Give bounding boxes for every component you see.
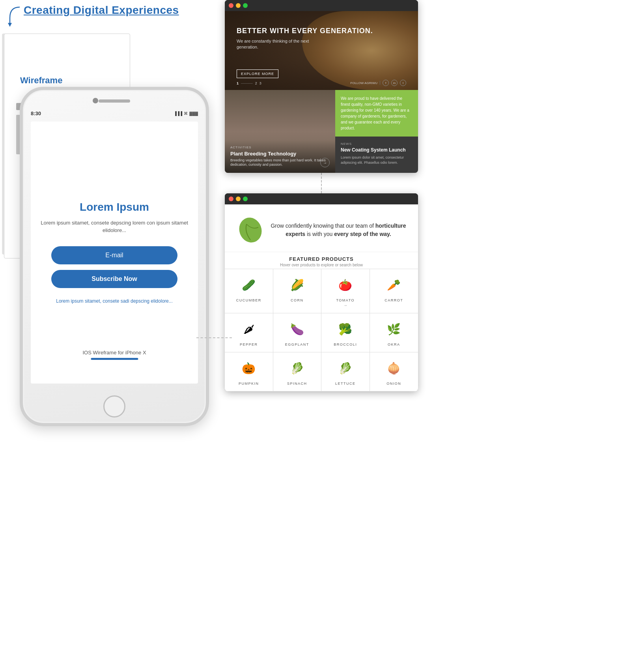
featured-label: FEATURED [289, 256, 320, 262]
b1-left-overlay: ACTIVITIES Plant Breeding Technology Bre… [225, 140, 335, 173]
maximize-dot[interactable] [243, 3, 248, 8]
hero-text: BETTER WITH EVERY GENERATION. We are con… [237, 27, 373, 51]
product-cell[interactable]: 🍆 EGGPLANT [273, 313, 322, 352]
b1-green-text: We are proud to have delivered the fines… [341, 95, 413, 131]
hero-dots: 1 ────── 2 3 [237, 81, 261, 85]
dot3: 3 [259, 81, 261, 85]
close-dot-b2[interactable] [229, 197, 233, 201]
product-label: CUCUMBER [236, 298, 261, 302]
hero-title: BETTER WITH EVERY GENERATION. [237, 27, 373, 35]
product-label: CORN [291, 298, 304, 302]
b1-card-green: We are proud to have delivered the fines… [335, 90, 418, 137]
ios-wireframe-label: IOS Wireframe for iPhone X [82, 350, 146, 356]
dot2: 2 [255, 81, 257, 85]
product-label: PUMPKIN [239, 382, 259, 386]
b2-hero-text: Grow confidently knowing that our team o… [271, 222, 406, 238]
iphone-wrapper: 8:30 ▐▐▐ ⌘ ▓▓▓ Lorem Ipsum Lorem ipsum s… [20, 87, 209, 426]
phone-footer-text: Lorem ipsum sitamet, consete sadi depsci… [56, 298, 172, 305]
wireframe-label: Wireframe [20, 75, 62, 86]
product-cell[interactable]: 🎃 PUMPKIN [225, 352, 273, 391]
b2-featured-header: FEATURED PRODUCTS Hover over products to… [225, 252, 418, 269]
facebook-icon[interactable]: f [383, 80, 389, 86]
product-image: 🥦 [333, 319, 358, 339]
b2-hero-text1: Grow confidently knowing that our team o… [271, 223, 375, 229]
b1-card-dark: NEWS New Coating System Launch Lorem ips… [335, 137, 418, 173]
product-label: EGGPLANT [285, 343, 309, 346]
product-image: 🥬 [333, 358, 358, 378]
iphone-home-button[interactable] [103, 395, 125, 417]
product-cell[interactable]: 🥬 SPINACH [273, 352, 322, 391]
b1-left-card: ACTIVITIES Plant Breeding Technology Bre… [225, 90, 335, 173]
product-image: 🥬 [284, 358, 310, 378]
product-image: 🍆 [284, 319, 310, 339]
follow-label: FOLLOW AGRIWU [351, 81, 377, 85]
product-cell[interactable]: 🌿 OKRA [370, 313, 418, 352]
right-layout: BETTER WITH EVERY GENERATION. We are con… [225, 0, 418, 391]
product-label: LETTUCE [335, 382, 356, 386]
product-image: 🍅 [333, 275, 358, 295]
product-image: 🌶 [236, 319, 261, 339]
left-section: Creating Digital Experiences Wireframe 8… [0, 0, 221, 672]
maximize-dot-b2[interactable] [243, 197, 248, 201]
arrow-icon [6, 4, 26, 28]
browser1-lower: ACTIVITIES Plant Breeding Technology Bre… [225, 90, 418, 173]
product-cell[interactable]: 🌽 CORN [273, 269, 322, 313]
product-arrow: → [344, 303, 347, 307]
heading-area: Creating Digital Experiences [24, 4, 179, 17]
linkedin-icon[interactable]: in [391, 80, 398, 86]
product-image: 🧅 [381, 358, 407, 378]
b1-card-text: Breeding vegetables takes more than just… [230, 158, 330, 167]
b1-dark-text: Lorem ipsum dolor sit amet, consectetur … [341, 155, 413, 165]
email-button[interactable]: E-mail [51, 246, 177, 264]
svg-marker-0 [8, 23, 12, 27]
hero-social: FOLLOW AGRIWU f in t [351, 80, 406, 86]
product-cell[interactable]: 🥦 BROCCOLI [321, 313, 370, 352]
explore-more-button[interactable]: EXPLORE MORE [237, 69, 278, 78]
b1-tag: ACTIVITIES [230, 146, 330, 149]
product-cell[interactable]: 🌶 PEPPER [225, 313, 273, 352]
product-label: SPINACH [287, 382, 307, 386]
b1-dark-title: New Coating System Launch [341, 147, 413, 153]
browser1-hero: BETTER WITH EVERY GENERATION. We are con… [225, 11, 418, 90]
product-image: 🎃 [236, 358, 261, 378]
browser1-titlebar [225, 0, 418, 11]
signal-icon: ▐▐▐ [174, 111, 182, 116]
minimize-dot-b2[interactable] [236, 197, 241, 201]
battery-icon: ▓▓▓ [189, 111, 198, 116]
b2-hero-area: Grow confidently knowing that our team o… [225, 204, 418, 252]
product-grid: 🥒 CUCUMBER 🌽 CORN 🍅 TOMATO → 🥕 CARROT 🌶 … [225, 269, 418, 391]
product-image: 🌽 [284, 275, 310, 295]
product-cell[interactable]: 🥒 CUCUMBER [225, 269, 273, 313]
iphone-screen: Lorem Ipsum Lorem ipsum sitamet, consete… [31, 122, 198, 384]
b1-arrow-icon[interactable]: → [320, 158, 330, 167]
product-image: 🥒 [236, 275, 261, 295]
vertical-connector [321, 173, 322, 193]
products-label: PRODUCTS [322, 256, 354, 262]
twitter-icon[interactable]: t [400, 80, 406, 86]
product-label: PEPPER [240, 343, 258, 346]
product-cell[interactable]: 🥕 CARROT [370, 269, 418, 313]
iphone-status-bar: 8:30 ▐▐▐ ⌘ ▓▓▓ [31, 110, 198, 116]
phone-lorem-title: Lorem Ipsum [80, 201, 149, 213]
product-image: 🌿 [381, 319, 407, 339]
b1-card-title: Plant Breeding Technology [230, 151, 330, 157]
iphone-camera [93, 98, 98, 103]
featured-subtitle: Hover over products to explore or search… [225, 263, 418, 267]
phone-lorem-text: Lorem ipsum sitamet, consete depscing lo… [40, 219, 189, 234]
product-label: ONION [386, 382, 401, 386]
close-dot[interactable] [229, 3, 233, 8]
product-label: CARROT [385, 298, 403, 302]
dot1: 1 [237, 81, 239, 85]
leaf-svg [237, 216, 264, 244]
browser2-titlebar [225, 193, 418, 204]
subscribe-button[interactable]: Subscribe Now [51, 270, 177, 288]
product-label: TOMATO [336, 298, 355, 302]
product-cell[interactable]: 🧅 ONION [370, 352, 418, 391]
product-cell[interactable]: 🥬 LETTUCE [321, 352, 370, 391]
product-cell[interactable]: 🍅 TOMATO → [321, 269, 370, 313]
hero-seeds-bg [302, 11, 418, 90]
browser1: BETTER WITH EVERY GENERATION. We are con… [225, 0, 418, 173]
b1-dark-tag: NEWS [341, 142, 413, 146]
b2-hero-bold2: every step of the way. [334, 231, 391, 237]
minimize-dot[interactable] [236, 3, 241, 8]
